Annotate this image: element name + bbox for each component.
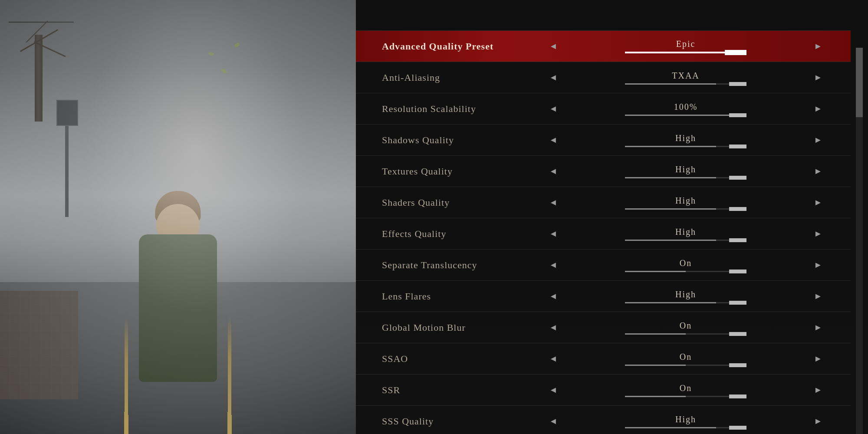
arrow-right-3[interactable]: ► [812, 135, 825, 145]
setting-name-0: Advanced Quality Preset [382, 41, 547, 52]
arrow-left-5[interactable]: ◄ [547, 197, 560, 207]
value-bar-indicator-3 [729, 145, 746, 148]
arrow-right-8[interactable]: ► [812, 291, 825, 301]
value-bar-indicator-10 [729, 363, 746, 367]
value-bar-12 [625, 427, 746, 428]
arrow-right-11[interactable]: ► [812, 385, 825, 395]
setting-row-4[interactable]: Textures Quality◄High► [356, 155, 851, 187]
arrow-left-9[interactable]: ◄ [547, 322, 560, 332]
arrow-left-3[interactable]: ◄ [547, 135, 560, 145]
value-bar-fill-1 [625, 83, 716, 85]
arrow-left-7[interactable]: ◄ [547, 260, 560, 270]
value-bar-indicator-1 [729, 82, 746, 86]
setting-name-2: Resolution Scalability [382, 103, 547, 115]
setting-name-8: Lens Flares [382, 291, 547, 302]
setting-row-1[interactable]: Anti-Aliasing◄TXAA► [356, 62, 851, 93]
arrow-right-2[interactable]: ► [812, 104, 825, 114]
value-bar-indicator-4 [729, 176, 746, 180]
setting-row-10[interactable]: SSAO◄On► [356, 343, 851, 374]
value-bar-indicator-9 [729, 332, 746, 336]
setting-row-8[interactable]: Lens Flares◄High► [356, 280, 851, 312]
arrow-right-4[interactable]: ► [812, 166, 825, 176]
value-bar-fill-2 [625, 115, 746, 116]
setting-control-9: ◄On► [547, 321, 825, 335]
arrow-right-6[interactable]: ► [812, 229, 825, 239]
value-container-6: High [569, 227, 803, 241]
arrow-right-10[interactable]: ► [812, 354, 825, 364]
settings-title [356, 17, 868, 30]
arrow-left-6[interactable]: ◄ [547, 229, 560, 239]
arrow-left-11[interactable]: ◄ [547, 385, 560, 395]
arrow-left-10[interactable]: ◄ [547, 354, 560, 364]
arrow-left-1[interactable]: ◄ [547, 72, 560, 82]
arrow-right-1[interactable]: ► [812, 72, 825, 82]
epic-bar-0 [625, 52, 746, 53]
arrow-left-12[interactable]: ◄ [547, 416, 560, 426]
value-bar-indicator-12 [729, 426, 746, 430]
settings-list: Advanced Quality Preset◄Epic►Anti-Aliasi… [356, 30, 868, 434]
setting-row-3[interactable]: Shadows Quality◄High► [356, 124, 851, 155]
value-bar-11 [625, 396, 746, 397]
setting-value-0: Epic [676, 39, 696, 49]
setting-row-6[interactable]: Effects Quality◄High► [356, 218, 851, 249]
setting-value-9: On [680, 321, 692, 331]
setting-row-5[interactable]: Shaders Quality◄High► [356, 187, 851, 218]
value-bar-5 [625, 208, 746, 210]
setting-control-0: ◄Epic► [547, 39, 825, 53]
game-screenshot [0, 0, 356, 434]
setting-value-2: 100% [674, 102, 698, 112]
value-bar-fill-7 [625, 271, 686, 272]
game-background [0, 0, 356, 434]
arrow-left-2[interactable]: ◄ [547, 104, 560, 114]
value-bar-fill-6 [625, 240, 716, 241]
arrow-left-4[interactable]: ◄ [547, 166, 560, 176]
setting-control-3: ◄High► [547, 133, 825, 147]
arrow-right-0[interactable]: ► [812, 41, 825, 51]
setting-row-7[interactable]: Separate Translucency◄On► [356, 249, 851, 280]
setting-name-11: SSR [382, 385, 547, 396]
setting-row-11[interactable]: SSR◄On► [356, 374, 851, 405]
setting-name-6: Effects Quality [382, 228, 547, 240]
value-bar-indicator-5 [729, 207, 746, 211]
setting-value-12: High [675, 414, 696, 424]
value-bar-7 [625, 271, 746, 272]
setting-row-12[interactable]: SSS Quality◄High► [356, 405, 851, 434]
value-container-8: High [569, 289, 803, 303]
value-container-0: Epic [569, 39, 803, 53]
value-container-1: TXAA [569, 71, 803, 85]
setting-row-0[interactable]: Advanced Quality Preset◄Epic► [356, 30, 851, 62]
value-bar-fill-8 [625, 302, 716, 303]
arrow-right-7[interactable]: ► [812, 260, 825, 270]
setting-name-1: Anti-Aliasing [382, 72, 547, 83]
value-container-3: High [569, 133, 803, 147]
settings-scroll-area: Advanced Quality Preset◄Epic►Anti-Aliasi… [356, 30, 868, 434]
setting-value-4: High [675, 164, 696, 174]
value-bar-indicator-2 [729, 113, 746, 117]
value-container-10: On [569, 352, 803, 366]
value-bar-6 [625, 240, 746, 241]
setting-control-5: ◄High► [547, 196, 825, 210]
setting-name-4: Textures Quality [382, 166, 547, 177]
setting-name-9: Global Motion Blur [382, 322, 547, 333]
arrow-right-12[interactable]: ► [812, 416, 825, 426]
fog-overlay [0, 0, 356, 434]
setting-row-9[interactable]: Global Motion Blur◄On► [356, 312, 851, 343]
value-container-9: On [569, 321, 803, 335]
value-bar-9 [625, 333, 746, 335]
arrow-left-8[interactable]: ◄ [547, 291, 560, 301]
settings-panel: Advanced Quality Preset◄Epic►Anti-Aliasi… [356, 0, 868, 434]
scroll-thumb[interactable] [856, 48, 863, 117]
value-bar-10 [625, 365, 746, 366]
setting-value-8: High [675, 289, 696, 299]
arrow-left-0[interactable]: ◄ [547, 41, 560, 51]
value-bar-indicator-11 [729, 395, 746, 398]
setting-control-11: ◄On► [547, 383, 825, 397]
setting-row-2[interactable]: Resolution Scalability◄100%► [356, 93, 851, 124]
setting-value-11: On [680, 383, 692, 393]
value-bar-fill-10 [625, 365, 686, 366]
value-bar-1 [625, 83, 746, 85]
arrow-right-9[interactable]: ► [812, 322, 825, 332]
setting-name-10: SSAO [382, 353, 547, 365]
arrow-right-5[interactable]: ► [812, 197, 825, 207]
value-container-2: 100% [569, 102, 803, 116]
